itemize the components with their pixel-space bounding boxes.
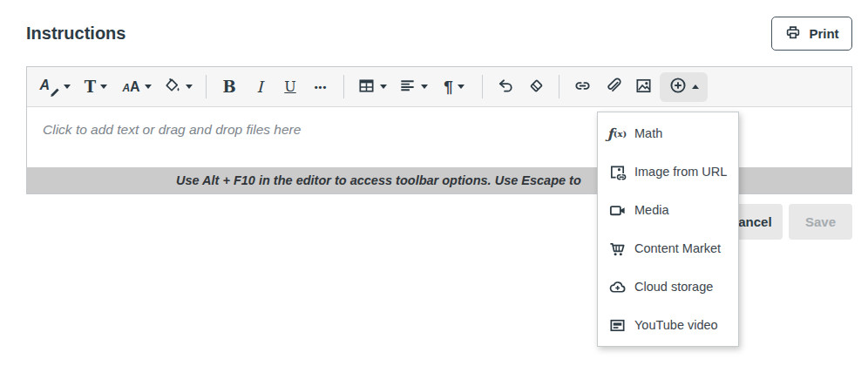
menu-item-label: Content Market bbox=[634, 241, 721, 255]
paint-bucket-icon bbox=[163, 77, 181, 98]
underline-icon: U bbox=[284, 78, 295, 95]
undo-icon bbox=[497, 77, 515, 98]
insert-more-button[interactable] bbox=[660, 72, 708, 102]
print-button-label: Print bbox=[809, 26, 838, 41]
chevron-down-icon bbox=[458, 85, 465, 89]
menu-item-content-market[interactable]: Content Market bbox=[598, 229, 738, 267]
chevron-down-icon bbox=[145, 85, 152, 89]
menu-item-image-from-url[interactable]: Image from URL bbox=[598, 152, 738, 191]
chevron-down-icon bbox=[380, 85, 387, 89]
menu-item-label: Image from URL bbox=[634, 165, 727, 179]
toolbar-separator bbox=[206, 75, 207, 98]
toolbar-separator bbox=[559, 75, 559, 98]
font-size-icon: AA bbox=[122, 79, 139, 95]
text-style-icon: A bbox=[40, 78, 59, 97]
ellipsis-icon: ••• bbox=[315, 82, 328, 92]
youtube-video-icon bbox=[607, 315, 627, 335]
statusbar-message: Use Alt + F10 in the editor to access to… bbox=[176, 173, 581, 187]
italic-button[interactable]: I bbox=[246, 72, 274, 102]
paragraph-button[interactable]: ¶ bbox=[435, 72, 473, 102]
attach-file-button[interactable] bbox=[599, 72, 627, 102]
alignment-button[interactable] bbox=[394, 72, 432, 102]
media-icon bbox=[607, 200, 627, 220]
insert-menu-dropdown: ƒ(x) Math Image from URL Media bbox=[597, 112, 739, 347]
align-left-icon bbox=[398, 77, 417, 98]
menu-item-math[interactable]: ƒ(x) Math bbox=[598, 114, 738, 152]
underline-button[interactable]: U bbox=[276, 72, 304, 102]
bold-icon: B bbox=[222, 78, 235, 96]
highlight-color-button[interactable] bbox=[159, 72, 197, 102]
chevron-down-icon bbox=[186, 85, 193, 89]
link-icon bbox=[573, 77, 592, 98]
eraser-icon bbox=[527, 77, 546, 98]
editor-placeholder: Click to add text or drag and drop files… bbox=[43, 122, 301, 137]
insert-image-button[interactable] bbox=[629, 72, 657, 102]
cloud-upload-icon bbox=[607, 277, 627, 296]
editor-toolbar: A T AA B bbox=[27, 67, 851, 107]
italic-icon: I bbox=[256, 78, 262, 96]
toolbar-separator bbox=[482, 75, 483, 98]
menu-item-youtube-video[interactable]: YouTube video bbox=[598, 306, 738, 344]
image-icon bbox=[634, 77, 653, 98]
save-button[interactable]: Save bbox=[789, 204, 852, 240]
bold-button[interactable]: B bbox=[215, 72, 243, 102]
table-icon bbox=[357, 77, 376, 98]
paperclip-icon bbox=[604, 77, 622, 98]
page-title: Instructions bbox=[26, 24, 125, 44]
table-button[interactable] bbox=[353, 72, 391, 102]
menu-item-label: Math bbox=[634, 126, 662, 140]
menu-item-label: YouTube video bbox=[634, 318, 718, 332]
chevron-down-icon bbox=[64, 85, 71, 89]
font-icon: T bbox=[85, 78, 96, 96]
plus-circle-icon bbox=[668, 76, 688, 98]
shopping-cart-icon bbox=[607, 239, 627, 258]
undo-button[interactable] bbox=[492, 72, 519, 102]
font-button[interactable]: T bbox=[77, 72, 115, 102]
pilcrow-icon: ¶ bbox=[444, 78, 453, 97]
toolbar-separator bbox=[343, 75, 344, 98]
chevron-down-icon bbox=[100, 85, 107, 89]
font-size-button[interactable]: AA bbox=[118, 72, 156, 102]
printer-icon bbox=[784, 24, 802, 44]
print-button[interactable]: Print bbox=[771, 17, 852, 51]
chevron-up-icon bbox=[692, 85, 699, 89]
text-style-button[interactable]: A bbox=[36, 72, 74, 102]
link-button[interactable] bbox=[568, 72, 596, 102]
menu-item-media[interactable]: Media bbox=[598, 191, 738, 229]
menu-item-cloud-storage[interactable]: Cloud storage bbox=[598, 267, 738, 306]
math-icon: ƒ(x) bbox=[607, 124, 627, 143]
clear-formatting-button[interactable] bbox=[522, 72, 550, 102]
more-formatting-button[interactable]: ••• bbox=[307, 72, 335, 102]
menu-item-label: Media bbox=[634, 203, 669, 217]
image-from-url-icon bbox=[607, 162, 627, 181]
chevron-down-icon bbox=[421, 85, 428, 89]
menu-item-label: Cloud storage bbox=[634, 280, 713, 294]
